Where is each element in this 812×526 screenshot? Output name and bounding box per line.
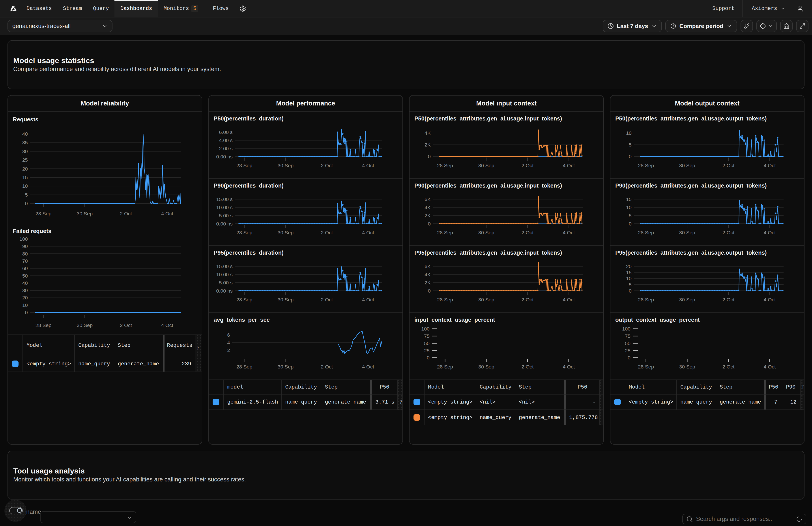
svg-text:10.00 s: 10.00 s [216, 272, 233, 278]
svg-text:2 Oct: 2 Oct [522, 230, 534, 236]
svg-text:75: 75 [424, 333, 430, 339]
svg-text:10: 10 [22, 183, 28, 189]
svg-text:4.00 s: 4.00 s [219, 138, 232, 143]
svg-text:0: 0 [25, 310, 28, 315]
svg-text:input_context_usage_percent: input_context_usage_percent [415, 317, 495, 323]
svg-text:28 Sep: 28 Sep [236, 364, 252, 370]
svg-text:50: 50 [424, 340, 430, 346]
svg-text:0: 0 [427, 355, 430, 360]
svg-text:0: 0 [629, 288, 632, 294]
svg-text:2 Oct: 2 Oct [321, 297, 333, 302]
svg-text:30 Sep: 30 Sep [679, 230, 695, 236]
svg-text:4 Oct: 4 Oct [362, 297, 374, 302]
svg-text:100: 100 [19, 236, 28, 242]
svg-text:30 Sep: 30 Sep [478, 162, 494, 168]
svg-text:28 Sep: 28 Sep [437, 364, 453, 370]
svg-text:5: 5 [25, 192, 28, 198]
svg-text:0.00 ns: 0.00 ns [216, 154, 233, 159]
svg-text:4 Oct: 4 Oct [161, 211, 173, 216]
svg-text:4 Oct: 4 Oct [764, 162, 775, 168]
svg-text:4 Oct: 4 Oct [362, 364, 374, 370]
svg-text:2 Oct: 2 Oct [722, 364, 734, 370]
svg-text:5.00 s: 5.00 s [219, 213, 232, 218]
svg-text:80: 80 [22, 251, 28, 257]
svg-text:Failed requets: Failed requets [13, 228, 52, 234]
svg-text:2K: 2K [424, 142, 431, 147]
svg-text:2K: 2K [424, 213, 431, 218]
svg-text:0: 0 [629, 154, 632, 159]
svg-text:10: 10 [22, 302, 28, 308]
svg-text:4 Oct: 4 Oct [563, 230, 575, 236]
svg-text:50: 50 [625, 340, 630, 346]
svg-text:5: 5 [629, 282, 632, 287]
svg-text:P50(percentiles_attributes.gen: P50(percentiles_attributes.gen_ai.usage.… [615, 115, 767, 122]
svg-text:28 Sep: 28 Sep [437, 230, 453, 236]
svg-text:25: 25 [22, 157, 28, 163]
svg-text:0: 0 [629, 221, 632, 227]
svg-text:30 Sep: 30 Sep [679, 162, 695, 168]
svg-text:4 Oct: 4 Oct [161, 322, 173, 328]
svg-text:30 Sep: 30 Sep [679, 364, 695, 370]
svg-text:20: 20 [626, 264, 632, 269]
svg-text:15.00 s: 15.00 s [216, 196, 233, 202]
svg-text:28 Sep: 28 Sep [437, 162, 453, 168]
svg-text:10: 10 [626, 275, 632, 281]
svg-text:30 Sep: 30 Sep [478, 230, 494, 236]
svg-text:28 Sep: 28 Sep [236, 230, 252, 236]
svg-text:28 Sep: 28 Sep [638, 364, 654, 370]
svg-text:0: 0 [25, 201, 28, 206]
svg-text:28 Sep: 28 Sep [35, 211, 52, 216]
svg-text:20: 20 [22, 295, 28, 300]
svg-text:0.00 ns: 0.00 ns [216, 221, 233, 227]
svg-text:0: 0 [628, 355, 630, 360]
svg-text:4 Oct: 4 Oct [764, 230, 775, 236]
svg-text:15.00 s: 15.00 s [216, 264, 233, 269]
svg-text:70: 70 [22, 258, 28, 264]
svg-text:28 Sep: 28 Sep [35, 322, 52, 328]
svg-text:30: 30 [22, 287, 28, 293]
svg-text:6: 6 [227, 332, 230, 338]
svg-text:2.00 s: 2.00 s [219, 146, 232, 151]
svg-text:4K: 4K [424, 204, 431, 210]
svg-text:30 Sep: 30 Sep [77, 211, 92, 216]
svg-text:0: 0 [428, 221, 431, 227]
svg-text:20: 20 [22, 166, 28, 172]
svg-text:28 Sep: 28 Sep [236, 297, 252, 302]
svg-text:25: 25 [625, 348, 630, 354]
svg-text:P50(percentiles_duration): P50(percentiles_duration) [214, 115, 284, 122]
svg-text:4 Oct: 4 Oct [764, 364, 775, 370]
svg-text:100: 100 [622, 326, 630, 332]
svg-text:4 Oct: 4 Oct [563, 162, 575, 168]
svg-text:4 Oct: 4 Oct [563, 297, 575, 302]
svg-text:2 Oct: 2 Oct [321, 230, 333, 236]
svg-text:15: 15 [626, 270, 632, 275]
svg-text:2 Oct: 2 Oct [722, 162, 734, 168]
svg-text:60: 60 [22, 266, 28, 271]
svg-text:90: 90 [22, 243, 28, 249]
svg-text:2 Oct: 2 Oct [522, 364, 534, 370]
svg-text:output_context_usage_percent: output_context_usage_percent [615, 317, 700, 323]
svg-text:avg_tokens_per_sec: avg_tokens_per_sec [214, 317, 270, 323]
svg-text:6.00 s: 6.00 s [219, 129, 232, 135]
svg-text:28 Sep: 28 Sep [638, 230, 654, 236]
svg-text:4 Oct: 4 Oct [362, 230, 374, 236]
svg-text:P90(percentiles_attributes.gen: P90(percentiles_attributes.gen_ai.usage.… [615, 183, 767, 189]
svg-text:4 Oct: 4 Oct [563, 364, 575, 370]
svg-text:28 Sep: 28 Sep [638, 162, 654, 168]
svg-text:4 Oct: 4 Oct [362, 162, 374, 168]
svg-text:28 Sep: 28 Sep [638, 297, 654, 302]
svg-text:2 Oct: 2 Oct [120, 322, 132, 328]
svg-text:30 Sep: 30 Sep [277, 297, 293, 302]
svg-text:2 Oct: 2 Oct [120, 211, 132, 216]
svg-text:15: 15 [22, 174, 28, 180]
svg-text:30 Sep: 30 Sep [478, 297, 494, 302]
svg-text:28 Sep: 28 Sep [236, 162, 252, 168]
svg-text:P90(percentiles_duration): P90(percentiles_duration) [214, 183, 284, 189]
svg-text:2K: 2K [424, 280, 431, 285]
svg-text:30 Sep: 30 Sep [277, 364, 293, 370]
svg-text:5: 5 [629, 213, 632, 218]
svg-text:2 Oct: 2 Oct [522, 297, 534, 302]
svg-text:Requests: Requests [13, 116, 38, 123]
svg-text:2 Oct: 2 Oct [722, 297, 734, 302]
svg-text:35: 35 [22, 140, 28, 145]
